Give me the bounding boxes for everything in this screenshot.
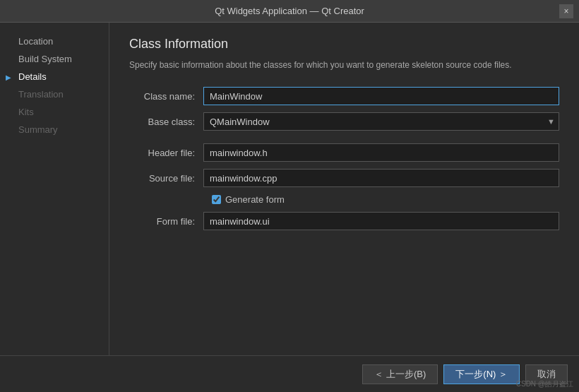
- next-button[interactable]: 下一步(N) ＞: [443, 364, 520, 384]
- source-file-input[interactable]: [203, 169, 559, 187]
- sidebar-item-label: Location: [18, 36, 53, 47]
- sidebar-item-label: Kits: [18, 107, 34, 117]
- sidebar-item-location[interactable]: Location: [0, 32, 109, 50]
- generate-form-label[interactable]: Generate form: [225, 194, 285, 205]
- back-button[interactable]: ＜ 上一步(B): [362, 364, 438, 384]
- close-button[interactable]: ×: [559, 4, 573, 18]
- form-file-row: Form file:: [129, 212, 559, 230]
- class-name-label: Class name:: [129, 91, 203, 102]
- form-file-label: Form file:: [129, 216, 203, 227]
- sidebar-item-summary: Summary: [0, 121, 109, 138]
- sidebar-item-build-system[interactable]: Build System: [0, 50, 109, 68]
- content-area: Class Information Specify basic informat…: [109, 23, 579, 355]
- base-class-select[interactable]: QMainWindow QWidget QDialog: [203, 112, 559, 131]
- class-name-row: Class name:: [129, 87, 559, 105]
- bottom-bar: ＜ 上一步(B) 下一步(N) ＞ 取消: [0, 355, 579, 392]
- generate-form-row: Generate form: [129, 194, 559, 205]
- title-bar: Qt Widgets Application — Qt Creator ×: [0, 0, 579, 23]
- header-file-row: Header file:: [129, 143, 559, 162]
- class-name-input[interactable]: [203, 87, 559, 105]
- sidebar-item-kits: Kits: [0, 103, 109, 121]
- sidebar: Location Build System Details Translatio…: [0, 23, 109, 355]
- generate-form-checkbox[interactable]: [212, 195, 221, 204]
- sidebar-item-label: Build System: [18, 54, 72, 64]
- window-title: Qt Widgets Application — Qt Creator: [215, 6, 364, 16]
- sidebar-item-translation: Translation: [0, 85, 109, 103]
- page-title: Class Information: [129, 37, 559, 52]
- sidebar-item-details[interactable]: Details: [0, 68, 109, 85]
- sidebar-item-label: Translation: [18, 89, 64, 100]
- content-description: Specify basic information about the clas…: [129, 59, 559, 71]
- cancel-button[interactable]: 取消: [525, 364, 568, 384]
- header-file-input[interactable]: [203, 143, 559, 162]
- header-file-label: Header file:: [129, 148, 203, 158]
- source-file-label: Source file:: [129, 173, 203, 184]
- base-class-label: Base class:: [129, 117, 203, 127]
- form-file-input[interactable]: [203, 212, 559, 230]
- main-area: Location Build System Details Translatio…: [0, 23, 579, 355]
- base-class-select-wrapper: QMainWindow QWidget QDialog ▼: [203, 112, 559, 131]
- sidebar-item-label: Summary: [18, 124, 58, 135]
- source-file-row: Source file:: [129, 169, 559, 187]
- base-class-row: Base class: QMainWindow QWidget QDialog …: [129, 112, 559, 131]
- sidebar-item-label: Details: [18, 71, 47, 82]
